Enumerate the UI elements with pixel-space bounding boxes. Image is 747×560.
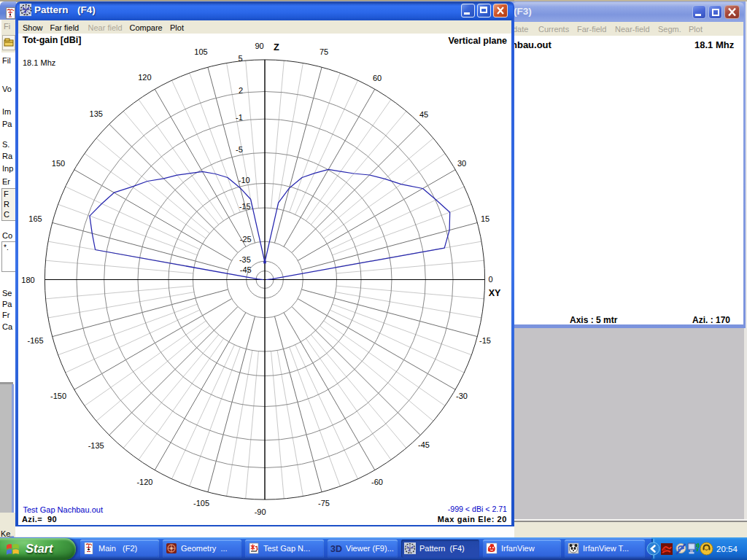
svg-text:-15: -15 (239, 202, 251, 211)
svg-text:-10: -10 (239, 176, 250, 184)
svg-text:-30: -30 (456, 392, 468, 400)
svg-text:-15: -15 (479, 336, 491, 345)
svg-text:-45: -45 (240, 265, 252, 274)
svg-text:180: 180 (21, 276, 34, 284)
svg-text:-25: -25 (240, 235, 252, 244)
svg-text:XY: XY (489, 288, 501, 298)
svg-text:45: 45 (419, 110, 428, 119)
svg-text:-45: -45 (418, 440, 430, 449)
svg-text:15: 15 (481, 214, 489, 223)
svg-text:-1: -1 (236, 113, 243, 122)
svg-text:-135: -135 (88, 441, 104, 450)
svg-text:-60: -60 (371, 478, 383, 486)
svg-text:-150: -150 (50, 392, 66, 400)
svg-text:-90: -90 (255, 508, 266, 516)
svg-text:5: 5 (239, 54, 243, 63)
svg-text:2: 2 (239, 86, 243, 95)
svg-text:-75: -75 (318, 499, 330, 508)
svg-text:105: 105 (194, 47, 207, 56)
svg-text:90: 90 (255, 42, 263, 50)
svg-text:-105: -105 (193, 499, 209, 508)
svg-text:165: 165 (28, 214, 42, 223)
svg-text:0: 0 (488, 275, 492, 284)
svg-text:60: 60 (373, 74, 382, 82)
svg-text:-5: -5 (236, 145, 243, 154)
svg-text:135: 135 (90, 109, 103, 118)
svg-text:-165: -165 (27, 336, 43, 345)
svg-text:-120: -120 (136, 478, 152, 486)
svg-text:-35: -35 (239, 255, 251, 264)
svg-text:75: 75 (320, 47, 328, 56)
svg-text:30: 30 (457, 159, 466, 168)
svg-text:150: 150 (52, 159, 65, 168)
svg-text:Z: Z (274, 42, 279, 52)
svg-text:120: 120 (138, 73, 151, 82)
